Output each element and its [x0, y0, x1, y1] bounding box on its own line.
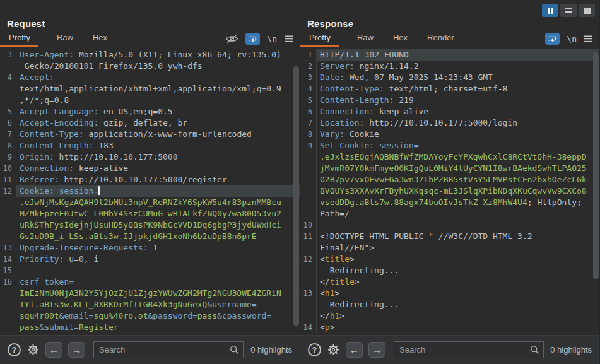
- code-line[interactable]: O2B7pv7vxOEvwFGa3wn37IbPZBB5stVsY5LMVPst…: [300, 174, 599, 185]
- code-line[interactable]: 14<p>: [300, 322, 599, 333]
- request-editor[interactable]: 3User-Agent: Mozilla/5.0 (X11; Linux x86…: [0, 47, 300, 335]
- code-line[interactable]: vsedDDg.aBts7w.88agx74buOIvJsTkZ-Xz8MhW4…: [300, 197, 599, 208]
- code-line[interactable]: 9Origin: http://10.10.10.177:5000: [0, 151, 300, 163]
- code-line[interactable]: jMvmR07Y0kmFmyeO0KIgQuL0MiY4tUyCYN1I8wrB…: [300, 163, 599, 174]
- code-line[interactable]: 7Content-Type: application/x-www-form-ur…: [0, 129, 300, 140]
- code-line[interactable]: 11<!DOCTYPE HTML PUBLIC "-//W3C//DTD HTM…: [300, 231, 599, 242]
- code-line[interactable]: 8Vary: Cookie: [300, 129, 599, 140]
- search-prev-button[interactable]: ←: [346, 342, 363, 358]
- line-number: [0, 83, 16, 95]
- code-text: pass&submit=Register: [16, 322, 300, 333]
- code-line[interactable]: 5Content-Length: 219: [300, 95, 599, 106]
- code-line[interactable]: 4Content-Type: text/html; charset=utf-8: [300, 83, 599, 95]
- response-panel: Response Pretty Raw Hex Render: [300, 0, 599, 364]
- tab-render[interactable]: Render: [426, 30, 456, 47]
- tab-hex[interactable]: Hex: [91, 30, 109, 47]
- scrollbar-thumb[interactable]: [293, 66, 299, 326]
- word-wrap-icon[interactable]: [545, 33, 560, 45]
- eye-hidden-icon[interactable]: [225, 33, 238, 44]
- code-line[interactable]: 11Referer: http://10.10.10.177:5000/regi…: [0, 174, 300, 185]
- code-line[interactable]: 2Server: nginx/1.14.2: [300, 61, 599, 72]
- line-number: [0, 220, 16, 231]
- line-number: 6: [300, 106, 317, 117]
- search-input[interactable]: [93, 341, 244, 358]
- code-line[interactable]: 12Cookie: session=: [0, 185, 300, 197]
- code-line[interactable]: 6Connection: keep-alive: [300, 106, 599, 117]
- search-next-button[interactable]: →: [368, 342, 385, 358]
- code-text: Connection: keep-alive: [16, 163, 300, 174]
- settings-gear-icon[interactable]: [327, 343, 340, 356]
- code-line[interactable]: 9Set-Cookie: session=: [300, 140, 599, 151]
- scrollbar-thumb[interactable]: [593, 52, 599, 279]
- line-number: 10: [0, 163, 16, 174]
- tab-raw[interactable]: Raw: [356, 30, 375, 47]
- code-line[interactable]: 16csrf_token=: [0, 276, 300, 288]
- code-line[interactable]: 3User-Agent: Mozilla/5.0 (X11; Linux x86…: [0, 49, 300, 61]
- code-line[interactable]: Final//EN">: [300, 242, 599, 254]
- code-line[interactable]: Redirecting...: [300, 265, 599, 276]
- code-line[interactable]: 4Accept:: [0, 72, 300, 83]
- menu-icon[interactable]: [584, 35, 593, 43]
- code-line[interactable]: 15: [0, 265, 300, 276]
- code-line[interactable]: 10: [300, 220, 599, 231]
- response-vertical-scrollbar[interactable]: [593, 47, 599, 335]
- split-rows-button[interactable]: [560, 4, 577, 17]
- code-line[interactable]: 5Accept-Language: en-US,en;q=0.5: [0, 106, 300, 117]
- tab-pretty[interactable]: Pretty: [300, 30, 339, 47]
- code-line[interactable]: Gecko/20100101 Firefox/135.0 ywh-dfs: [0, 61, 300, 72]
- code-text: Content-Length: 183: [16, 140, 300, 151]
- code-line[interactable]: text/html,application/xhtml+xml,applicat…: [0, 83, 300, 95]
- tab-pretty[interactable]: Pretty: [0, 30, 38, 47]
- code-line[interactable]: 12<title>: [300, 254, 599, 265]
- code-line[interactable]: Path=/: [300, 208, 599, 220]
- search-next-button[interactable]: →: [68, 342, 85, 358]
- search-prev-button[interactable]: ←: [45, 342, 62, 358]
- tab-raw[interactable]: Raw: [56, 30, 74, 47]
- code-line[interactable]: 7Location: http://10.10.10.177:5000/logi…: [300, 117, 599, 129]
- code-line[interactable]: 13Upgrade-Insecure-Requests: 1: [0, 242, 300, 254]
- line-number: 2: [300, 61, 317, 72]
- code-line[interactable]: MZMkFpzeF0JtwC-L0MbY4SszCUMuG-wH1ALkfZNQ…: [0, 208, 300, 220]
- line-number: 3: [0, 49, 16, 61]
- settings-gear-icon[interactable]: [26, 343, 40, 356]
- code-line[interactable]: squ4r00t&email=squ%40ro.ot&password=pass…: [0, 310, 300, 322]
- help-icon[interactable]: ?: [8, 343, 21, 356]
- code-line[interactable]: 13<h1>: [300, 288, 599, 299]
- code-line[interactable]: 14Priority: u=0, i: [0, 254, 300, 265]
- code-line[interactable]: .eJxlzsEOgjAQBNBfWfZMDAYoyFcYPXgwhCxlC8R…: [300, 151, 599, 163]
- code-line[interactable]: ,*/*;q=0.8: [0, 95, 300, 106]
- code-line[interactable]: </h1>: [300, 310, 599, 322]
- help-icon[interactable]: ?: [308, 343, 321, 356]
- code-line[interactable]: 6Accept-Encoding: gzip, deflate, br: [0, 117, 300, 129]
- code-text: Cookie: session=: [16, 185, 300, 197]
- line-number: [0, 197, 16, 208]
- code-line[interactable]: 10Connection: keep-alive: [0, 163, 300, 174]
- code-line[interactable]: BVOUYs3XXAvXrFByhUXKqsqc-mL3JSlqXPibNDqX…: [300, 185, 599, 197]
- tab-hex[interactable]: Hex: [392, 30, 409, 47]
- code-line[interactable]: .eJwNjMsKgzAQAH9l2bMUi3npV_ReRNZkY6SpKW5…: [0, 197, 300, 208]
- code-text: jMvmR07Y0kmFmyeO0KIgQuL0MiY4tUyCYN1I8wrB…: [317, 163, 599, 174]
- menu-icon[interactable]: [284, 35, 293, 43]
- code-line[interactable]: Gs2uD9B_i-LSs.aBts3w.IJjpkjdGH1xoNh6b2uD…: [0, 231, 300, 242]
- line-number: [0, 299, 16, 310]
- line-number: 5: [300, 95, 317, 106]
- code-line[interactable]: Redirecting...: [300, 299, 599, 310]
- code-line[interactable]: pass&submit=Register: [0, 322, 300, 333]
- single-pane-button[interactable]: [579, 4, 595, 17]
- code-line[interactable]: TYi.aBts3w.KL1_8XRKDrMfTtGR4Xk3gNuGexQ&u…: [0, 299, 300, 310]
- code-line[interactable]: 8Content-Length: 183: [0, 140, 300, 151]
- code-line[interactable]: 1HTTP/1.1 302 FOUND: [300, 49, 599, 61]
- code-line[interactable]: ImEzNmU0NjA3N2Y5YjQzZjU1ZjgzYWUwZGM2MTg2…: [0, 288, 300, 299]
- code-line[interactable]: 3Date: Wed, 07 May 2025 14:23:43 GMT: [300, 72, 599, 83]
- search-input[interactable]: [394, 341, 544, 358]
- line-number: [300, 185, 317, 197]
- word-wrap-icon[interactable]: [245, 33, 260, 45]
- code-line[interactable]: </title>: [300, 276, 599, 288]
- newline-icon[interactable]: \n: [567, 34, 577, 44]
- request-vertical-scrollbar[interactable]: [293, 47, 299, 335]
- line-number: 12: [300, 254, 317, 265]
- code-line[interactable]: uRkSThFysIdejnjUsuHD5yQBsPK9NbGcVVD1Dq6g…: [0, 220, 300, 231]
- response-editor[interactable]: 1HTTP/1.1 302 FOUND2Server: nginx/1.14.2…: [300, 47, 599, 335]
- newline-icon[interactable]: \n: [267, 34, 277, 44]
- split-columns-button[interactable]: [542, 4, 558, 17]
